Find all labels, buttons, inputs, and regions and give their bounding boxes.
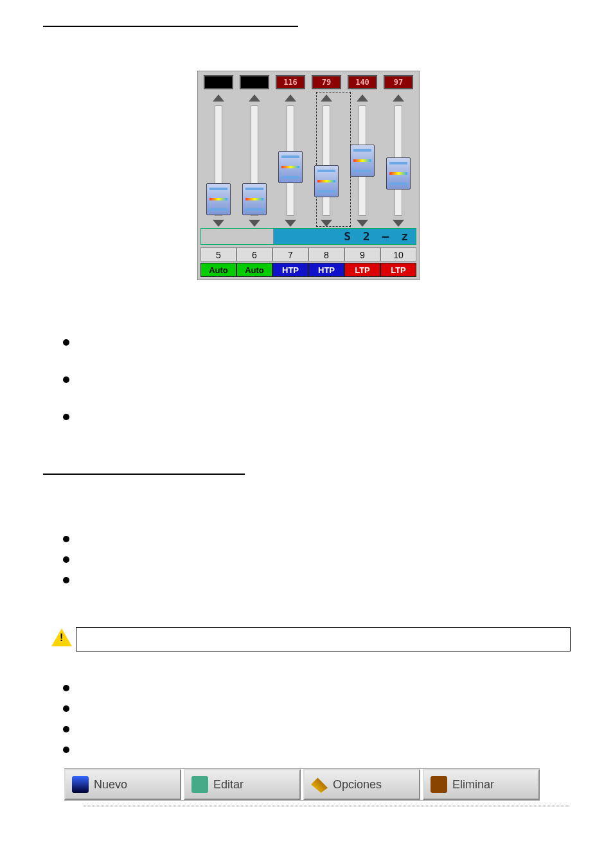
channel-display: 116 (276, 75, 305, 89)
options-icon (311, 776, 328, 793)
bullet (63, 726, 69, 732)
fader-handle[interactable] (386, 157, 411, 190)
fader-handle[interactable] (314, 165, 339, 197)
fader-track[interactable] (359, 105, 366, 216)
warning-box (76, 627, 571, 651)
bump-up-icon[interactable] (213, 94, 224, 102)
fader-track[interactable] (323, 105, 330, 216)
channel: 116 (272, 75, 308, 228)
channel-number[interactable]: 5 (200, 247, 236, 261)
fader-handle[interactable] (278, 151, 303, 183)
bullet (63, 536, 69, 542)
fader-handle[interactable] (242, 183, 267, 215)
toolbar-underline (84, 806, 569, 806)
channel-row: 1167914097 (200, 75, 416, 228)
group-bar-empty (201, 229, 274, 244)
bump-down-icon[interactable] (357, 220, 368, 227)
bullet (63, 577, 69, 583)
channel-display (240, 75, 269, 89)
bullet (63, 414, 69, 420)
new-button[interactable]: Nuevo (64, 769, 181, 800)
channel-mode[interactable]: LTP (344, 263, 380, 277)
channel-display (204, 75, 233, 89)
channel: 97 (380, 75, 416, 228)
bump-up-icon[interactable] (321, 94, 332, 102)
bullet (63, 339, 69, 346)
channel-number[interactable]: 10 (380, 247, 416, 261)
bump-up-icon[interactable] (357, 94, 368, 102)
delete-icon (431, 776, 447, 793)
channel-display: 140 (348, 75, 377, 89)
fader-handle[interactable] (350, 145, 375, 177)
channel-display: 97 (384, 75, 413, 89)
channel-mode[interactable]: HTP (272, 263, 308, 277)
bump-down-icon[interactable] (249, 220, 260, 227)
fader-track[interactable] (287, 105, 294, 216)
fader-track[interactable] (215, 105, 222, 216)
new-label: Nuevo (94, 778, 127, 792)
options-label: Opciones (333, 778, 382, 792)
bump-down-icon[interactable] (393, 220, 404, 227)
bullet (63, 747, 69, 753)
channel: 79 (308, 75, 344, 228)
channel-number[interactable]: 6 (236, 247, 272, 261)
channel-mode-row: AutoAutoHTPHTPLTPLTP (200, 263, 416, 277)
edit-button[interactable]: Editar (184, 769, 301, 800)
channel-mode[interactable]: Auto (236, 263, 272, 277)
warning-icon (51, 628, 72, 648)
bullet (63, 556, 69, 563)
bump-up-icon[interactable] (249, 94, 260, 102)
bump-up-icon[interactable] (285, 94, 296, 102)
group-bar[interactable]: S 2 – z (200, 228, 416, 245)
channel-mode[interactable]: Auto (200, 263, 236, 277)
channel-number[interactable]: 8 (308, 247, 344, 261)
fader-panel: 1167914097 S 2 – z 5678910 AutoAutoHTPHT… (197, 71, 420, 280)
section-rule-2 (43, 474, 245, 475)
bump-down-icon[interactable] (285, 220, 296, 227)
channel-number[interactable]: 9 (344, 247, 380, 261)
channel-mode[interactable]: LTP (380, 263, 416, 277)
fader-track[interactable] (251, 105, 258, 216)
section-rule-1 (43, 26, 298, 27)
bump-down-icon[interactable] (213, 220, 224, 227)
edit-label: Editar (213, 778, 244, 792)
options-button[interactable]: Opciones (303, 769, 420, 800)
fader-handle[interactable] (206, 183, 231, 215)
group-label: S 2 – z (274, 229, 416, 244)
channel (236, 75, 272, 228)
bullet (63, 705, 69, 712)
channel-number[interactable]: 7 (272, 247, 308, 261)
delete-button[interactable]: Eliminar (423, 769, 540, 800)
delete-label: Eliminar (452, 778, 494, 792)
fader-panel-inner: 1167914097 S 2 – z 5678910 AutoAutoHTPHT… (197, 71, 420, 280)
channel-number-row: 5678910 (200, 247, 416, 261)
bump-down-icon[interactable] (321, 220, 332, 227)
fader-track[interactable] (395, 105, 402, 216)
channel-display: 79 (312, 75, 341, 89)
bullet (63, 376, 69, 383)
channel: 140 (344, 75, 380, 228)
edit-icon (191, 776, 208, 793)
bump-up-icon[interactable] (393, 94, 404, 102)
bullet (63, 685, 69, 691)
new-icon (72, 776, 89, 793)
channel-mode[interactable]: HTP (308, 263, 344, 277)
toolbar: Nuevo Editar Opciones Eliminar (64, 768, 540, 801)
channel (200, 75, 236, 228)
